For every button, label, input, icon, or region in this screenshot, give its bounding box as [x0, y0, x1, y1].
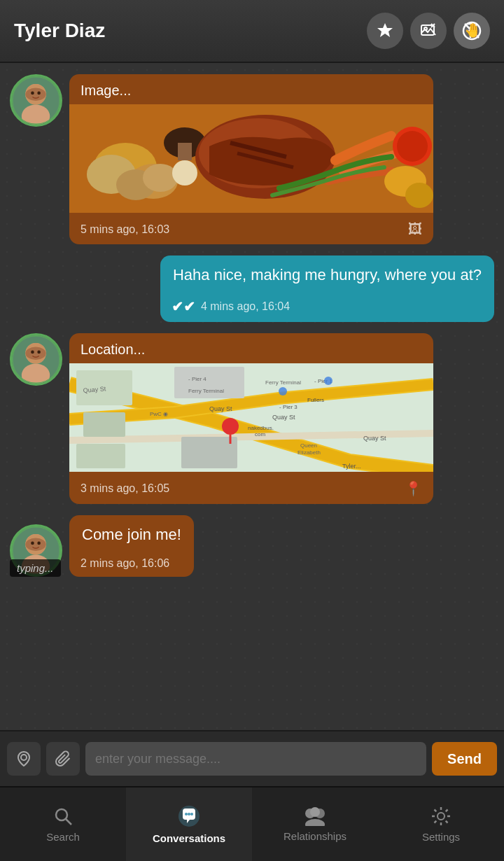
nav-label-relationships: Relationships [284, 830, 346, 842]
nav-item-relationships[interactable]: Relationships [252, 788, 378, 861]
svg-text:Tyler...: Tyler... [342, 463, 361, 470]
svg-text:com: com [255, 431, 265, 438]
svg-point-33 [405, 183, 433, 208]
bubble-label: Image... [69, 74, 433, 104]
bottom-navigation: Search Conversations Relationships Setti… [0, 786, 504, 861]
svg-point-14 [37, 92, 41, 95]
read-checkmark: ✔✔ [172, 298, 195, 315]
image-icon: 🖼 [408, 221, 422, 237]
avatar [10, 74, 62, 127]
location-button[interactable] [7, 742, 41, 776]
send-button[interactable]: Send [432, 742, 497, 776]
input-area: Send [0, 730, 504, 786]
typing-indicator: typing... [10, 559, 61, 577]
svg-point-29 [143, 164, 178, 192]
svg-point-88 [438, 813, 444, 820]
nav-item-settings[interactable]: Settings [378, 788, 504, 861]
svg-text:Quay St: Quay St [272, 414, 295, 421]
svg-point-13 [31, 92, 34, 95]
nav-item-search[interactable]: Search [0, 788, 126, 861]
attach-button[interactable] [46, 742, 80, 776]
svg-text:Elizabeth: Elizabeth [298, 449, 321, 456]
nav-label-conversations: Conversations [153, 832, 225, 844]
svg-text:Ferry Terminal: Ferry Terminal [265, 379, 301, 386]
svg-marker-0 [377, 23, 393, 37]
svg-point-40 [37, 350, 41, 354]
svg-point-78 [56, 809, 67, 820]
svg-text:Ferry Terminal: Ferry Terminal [188, 388, 224, 394]
svg-point-31 [172, 160, 197, 186]
svg-text:Fullers: Fullers [307, 397, 324, 403]
svg-rect-49 [181, 437, 237, 468]
svg-point-77 [21, 755, 27, 760]
bubble-footer: 2 mins ago, 16:06 [69, 552, 194, 577]
header-title: Tyler Diaz [14, 20, 367, 42]
conversations-icon [177, 804, 201, 828]
timestamp-text: 2 mins ago, 16:06 [80, 557, 169, 570]
svg-rect-20 [178, 143, 192, 160]
svg-point-75 [37, 542, 41, 545]
svg-text:PwC ◉: PwC ◉ [150, 411, 168, 417]
relationships-icon [303, 806, 327, 826]
incoming-bubble-map: Location... [69, 333, 433, 504]
message-input[interactable] [85, 742, 426, 776]
nav-label-settings: Settings [422, 831, 460, 843]
svg-point-81 [185, 813, 188, 816]
svg-point-83 [190, 813, 193, 816]
svg-rect-46 [83, 412, 125, 437]
timestamp-text: 5 mins ago, 16:03 [80, 223, 169, 236]
timestamp-text: 3 mins ago, 16:05 [80, 482, 169, 495]
nav-label-search: Search [46, 831, 80, 843]
outgoing-bubble-text: Haha nice, making me hungry, where you a… [160, 255, 494, 322]
avatar [10, 333, 62, 386]
svg-point-82 [188, 813, 190, 816]
svg-text:🤚: 🤚 [464, 22, 482, 38]
svg-point-68 [324, 377, 332, 385]
svg-point-87 [305, 819, 325, 826]
svg-line-79 [66, 819, 71, 825]
nav-item-conversations[interactable]: Conversations [126, 788, 252, 861]
svg-text:- Pier 3: - Pier 3 [279, 404, 298, 410]
message-text: Come join me! [69, 515, 194, 552]
bubble-timestamp-row: 5 mins ago, 16:03 🖼 [69, 216, 433, 244]
bubble-timestamp-row: 3 mins ago, 16:05 📍 [69, 475, 433, 504]
svg-point-67 [279, 387, 287, 396]
settings-icon [430, 806, 451, 827]
svg-point-26 [397, 131, 428, 162]
avatar-wrap: typing... [10, 524, 62, 577]
bubble-label: Location... [69, 333, 433, 363]
location-icon: 📍 [405, 480, 422, 497]
svg-text:Quay St: Quay St [209, 405, 232, 412]
svg-text:Quay St: Quay St [363, 435, 386, 442]
message-row: typing... Come join me! 2 mins ago, 16:0… [10, 515, 494, 578]
message-text: Haha nice, making me hungry, where you a… [160, 255, 494, 293]
svg-point-39 [31, 350, 34, 354]
svg-point-74 [31, 542, 34, 545]
chat-area: Image... [0, 63, 504, 730]
search-icon [52, 806, 74, 827]
svg-point-12 [25, 88, 46, 101]
star-button[interactable] [367, 13, 403, 49]
svg-text:Queen: Queen [300, 442, 317, 449]
svg-point-86 [310, 807, 320, 817]
edit-image-button[interactable] [410, 13, 447, 49]
header-actions: 🤚 [367, 13, 490, 49]
svg-text:- Pier 4: - Pier 4 [188, 376, 206, 382]
bubble-footer: ✔✔ 4 mins ago, 16:04 [160, 293, 494, 322]
message-row: Image... [10, 74, 494, 244]
app-header: Tyler Diaz 🤚 [0, 0, 504, 63]
svg-text:nakedbus.: nakedbus. [248, 425, 274, 431]
incoming-bubble-text: Come join me! 2 mins ago, 16:06 [69, 515, 194, 578]
message-row: Location... [10, 333, 494, 504]
svg-point-73 [25, 538, 46, 551]
message-row: Haha nice, making me hungry, where you a… [10, 255, 494, 322]
incoming-bubble-image: Image... [69, 74, 433, 244]
timestamp-text: 4 mins ago, 16:04 [201, 300, 290, 313]
block-button[interactable]: 🤚 [454, 13, 490, 49]
svg-rect-47 [76, 444, 125, 468]
svg-point-38 [25, 346, 46, 359]
svg-point-66 [222, 418, 239, 435]
